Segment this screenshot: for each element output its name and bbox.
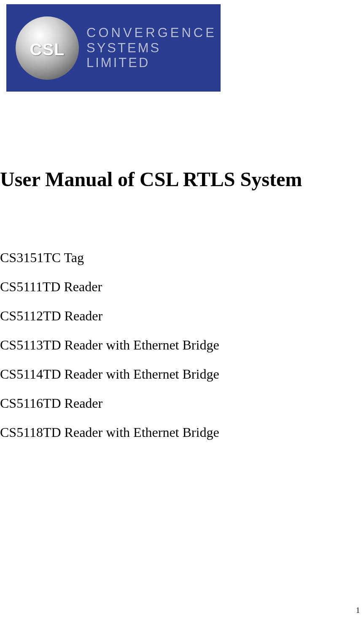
logo-sphere-text: CSL [30, 40, 65, 59]
product-item: CS5111TD Reader [0, 279, 364, 295]
logo-banner: CSL CONVERGENCE SYSTEMS LIMITED [6, 4, 221, 92]
logo-text-block: CONVERGENCE SYSTEMS LIMITED [86, 25, 221, 70]
logo-line-2: SYSTEMS LIMITED [86, 41, 221, 70]
document-title: User Manual of CSL RTLS System [0, 168, 364, 191]
product-item: CS5116TD Reader [0, 396, 364, 411]
product-list: CS3151TC Tag CS5111TD Reader CS5112TD Re… [0, 250, 364, 440]
product-item: CS5118TD Reader with Ethernet Bridge [0, 425, 364, 440]
product-item: CS5112TD Reader [0, 308, 364, 324]
logo-line-1: CONVERGENCE [86, 25, 221, 41]
product-item: CS5114TD Reader with Ethernet Bridge [0, 366, 364, 382]
product-item: CS3151TC Tag [0, 250, 364, 266]
product-item: CS5113TD Reader with Ethernet Bridge [0, 337, 364, 353]
logo-sphere: CSL [16, 16, 79, 80]
page-number: 1 [356, 606, 360, 615]
